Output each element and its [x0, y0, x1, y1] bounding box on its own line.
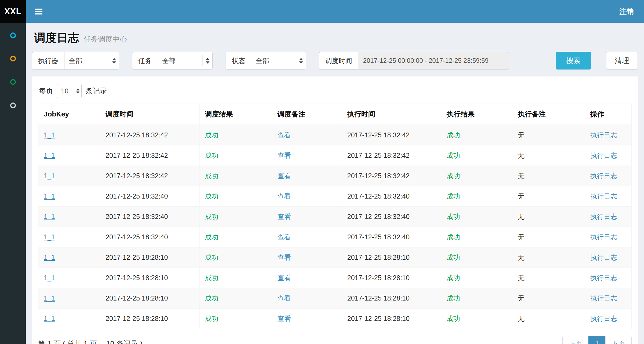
job-key-link[interactable]: 1_1 — [44, 213, 55, 220]
handle-time-cell: 2017-12-25 18:28:10 — [347, 274, 410, 281]
trigger-time-cell: 2017-12-25 18:32:40 — [106, 213, 168, 220]
job-key-link[interactable]: 1_1 — [44, 315, 55, 322]
app-shell: 调度日志 任务调度中心 执行器 全部 任务 — [0, 23, 644, 344]
filter-toolbar: 执行器 全部 任务 全部 — [32, 52, 638, 69]
trigger-msg-link[interactable]: 查看 — [277, 172, 291, 180]
circle-icon — [10, 103, 16, 108]
exec-log-link[interactable]: 执行日志 — [590, 152, 617, 159]
trigger-msg-link[interactable]: 查看 — [277, 315, 291, 322]
page-subtitle: 任务调度中心 — [84, 34, 127, 44]
job-select[interactable]: 全部 — [158, 52, 213, 69]
trigger-time-cell: 2017-12-25 18:28:10 — [106, 254, 168, 261]
job-key-link[interactable]: 1_1 — [44, 152, 55, 159]
menu-toggle-icon[interactable] — [35, 7, 42, 16]
exec-log-link[interactable]: 执行日志 — [590, 233, 617, 241]
executor-filter-group: 执行器 全部 — [32, 52, 119, 69]
current-page-button[interactable]: 1 — [588, 336, 606, 344]
handle-msg-cell: 无 — [518, 294, 524, 302]
handle-time-cell: 2017-12-25 18:32:40 — [347, 192, 410, 200]
header-jobkey: JobKey — [38, 104, 100, 125]
header-trigger-time: 调度时间 — [100, 104, 200, 125]
trigger-msg-link[interactable]: 查看 — [277, 233, 291, 241]
trigger-time-cell: 2017-12-25 18:28:10 — [106, 294, 168, 302]
handle-result-cell: 成功 — [447, 213, 460, 220]
trigger-msg-link[interactable]: 查看 — [277, 131, 291, 139]
exec-log-link[interactable]: 执行日志 — [590, 254, 617, 261]
job-key-link[interactable]: 1_1 — [44, 294, 55, 302]
circle-icon — [10, 56, 16, 61]
header-trigger-msg: 调度备注 — [272, 104, 342, 125]
job-key-link[interactable]: 1_1 — [44, 254, 55, 261]
exec-log-link[interactable]: 执行日志 — [590, 213, 617, 220]
clear-button[interactable]: 清理 — [606, 52, 638, 69]
trigger-msg-link[interactable]: 查看 — [277, 152, 291, 159]
exec-log-link[interactable]: 执行日志 — [590, 294, 617, 302]
trigger-msg-link[interactable]: 查看 — [277, 213, 291, 220]
page-size-prefix-label: 每页 — [39, 86, 53, 96]
pagination: 上页 1 下页 — [562, 336, 632, 344]
handle-time-cell: 2017-12-25 18:28:10 — [347, 294, 410, 302]
table-row: 1_12017-12-25 18:32:42成功查看2017-12-25 18:… — [38, 166, 632, 186]
trigger-result-cell: 成功 — [205, 274, 218, 281]
trigger-time-cell: 2017-12-25 18:32:40 — [106, 233, 168, 241]
logout-link[interactable]: 注销 — [619, 7, 634, 16]
status-filter-label: 状态 — [226, 52, 251, 69]
trigger-time-cell: 2017-12-25 18:28:10 — [106, 315, 168, 322]
handle-result-cell: 成功 — [447, 131, 460, 139]
exec-log-link[interactable]: 执行日志 — [590, 315, 617, 322]
table-row: 1_12017-12-25 18:28:10成功查看2017-12-25 18:… — [38, 309, 632, 329]
sidebar-item[interactable] — [10, 103, 16, 108]
table-row: 1_12017-12-25 18:28:10成功查看2017-12-25 18:… — [38, 288, 632, 309]
handle-time-cell: 2017-12-25 18:32:42 — [347, 172, 410, 180]
exec-log-link[interactable]: 执行日志 — [590, 131, 617, 139]
prev-page-button[interactable]: 上页 — [562, 336, 589, 344]
handle-result-cell: 成功 — [447, 172, 460, 180]
job-key-link[interactable]: 1_1 — [44, 192, 55, 200]
page-size-row: 每页 10 条记录 — [39, 84, 632, 98]
log-table-header: JobKey 调度时间 调度结果 调度备注 执行时间 执行结果 执行备注 操作 — [38, 104, 632, 125]
handle-time-cell: 2017-12-25 18:32:42 — [347, 152, 410, 159]
executor-select[interactable]: 全部 — [64, 52, 119, 69]
page-size-select[interactable]: 10 — [57, 84, 82, 98]
handle-result-cell: 成功 — [447, 254, 460, 261]
trigger-msg-link[interactable]: 查看 — [277, 294, 291, 302]
exec-log-link[interactable]: 执行日志 — [590, 172, 617, 180]
job-key-link[interactable]: 1_1 — [44, 172, 55, 180]
status-select[interactable]: 全部 — [251, 52, 306, 69]
page-title: 调度日志 — [34, 30, 79, 45]
sidebar-item[interactable] — [10, 79, 16, 85]
exec-log-link[interactable]: 执行日志 — [590, 192, 617, 200]
sidebar — [0, 23, 26, 344]
trigger-time-range-input[interactable] — [358, 52, 509, 69]
next-page-button[interactable]: 下页 — [605, 336, 632, 344]
handle-result-cell: 成功 — [447, 192, 460, 200]
trigger-msg-link[interactable]: 查看 — [277, 192, 291, 200]
handle-time-cell: 2017-12-25 18:28:10 — [347, 254, 410, 261]
trigger-msg-link[interactable]: 查看 — [277, 254, 291, 261]
job-key-link[interactable]: 1_1 — [44, 131, 55, 139]
handle-result-cell: 成功 — [447, 233, 460, 241]
table-row: 1_12017-12-25 18:32:40成功查看2017-12-25 18:… — [38, 186, 632, 207]
app-logo[interactable]: XXL — [0, 0, 26, 23]
search-button[interactable]: 搜索 — [556, 52, 591, 69]
job-key-link[interactable]: 1_1 — [44, 274, 55, 281]
table-row: 1_12017-12-25 18:32:40成功查看2017-12-25 18:… — [38, 227, 632, 247]
trigger-result-cell: 成功 — [205, 315, 218, 322]
status-filter-group: 状态 全部 — [226, 52, 306, 69]
topbar: XXL 注销 — [0, 0, 644, 23]
table-row: 1_12017-12-25 18:28:10成功查看2017-12-25 18:… — [38, 268, 632, 288]
job-key-link[interactable]: 1_1 — [44, 233, 55, 241]
sidebar-item[interactable] — [10, 56, 16, 61]
handle-result-cell: 成功 — [447, 152, 460, 159]
handle-msg-cell: 无 — [518, 233, 524, 241]
handle-msg-cell: 无 — [518, 172, 524, 180]
log-table-box: 每页 10 条记录 — [32, 76, 638, 344]
main-content: 调度日志 任务调度中心 执行器 全部 任务 — [26, 23, 644, 344]
trigger-result-cell: 成功 — [205, 233, 218, 241]
handle-msg-cell: 无 — [518, 152, 524, 159]
sidebar-item[interactable] — [10, 32, 16, 38]
trigger-msg-link[interactable]: 查看 — [277, 274, 291, 281]
executor-filter-label: 执行器 — [32, 52, 64, 69]
handle-time-cell: 2017-12-25 18:32:42 — [347, 131, 410, 139]
exec-log-link[interactable]: 执行日志 — [590, 274, 617, 281]
